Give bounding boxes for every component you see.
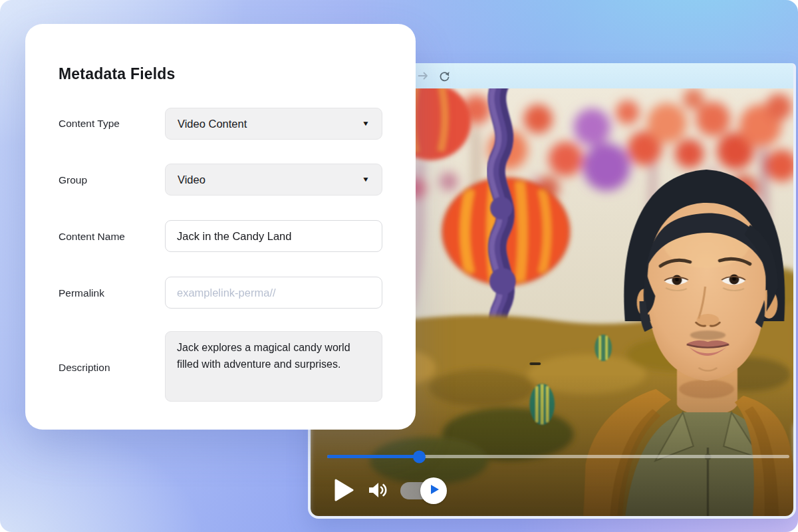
page: Metadata Fields Content Type Video Conte…: [0, 0, 798, 532]
group-value: Video: [178, 174, 205, 186]
content-name-label: Content Name: [59, 231, 125, 243]
description-label: Description: [59, 362, 110, 374]
forward-arrow-icon[interactable]: [417, 70, 430, 82]
autoplay-toggle[interactable]: [400, 477, 447, 505]
content-type-select[interactable]: Video Content ▼: [165, 108, 382, 140]
description-textarea[interactable]: Jack explores a magical candy world fill…: [165, 331, 382, 402]
permalink-input[interactable]: [165, 277, 382, 309]
play-icon: [334, 479, 354, 503]
chevron-down-icon: ▼: [362, 176, 370, 184]
progress-knob[interactable]: [413, 450, 426, 463]
toggle-play-icon: [428, 484, 440, 497]
volume-icon: [367, 481, 387, 501]
group-select[interactable]: Video ▼: [165, 164, 382, 196]
content-type-value: Video Content: [178, 118, 247, 130]
permalink-label: Permalink: [59, 287, 104, 299]
toggle-knob[interactable]: [420, 477, 447, 504]
video-progress-bar[interactable]: [327, 455, 789, 458]
content-type-label: Content Type: [59, 118, 120, 130]
metadata-card: Metadata Fields Content Type Video Conte…: [25, 24, 416, 430]
progress-fill: [327, 455, 420, 458]
content-name-input[interactable]: [165, 220, 382, 252]
group-label: Group: [59, 174, 87, 186]
video-controls: [334, 477, 447, 505]
card-title: Metadata Fields: [59, 65, 176, 83]
play-button[interactable]: [334, 479, 354, 503]
chevron-down-icon: ▼: [362, 120, 370, 128]
volume-button[interactable]: [367, 481, 387, 501]
refresh-icon[interactable]: [438, 70, 451, 82]
